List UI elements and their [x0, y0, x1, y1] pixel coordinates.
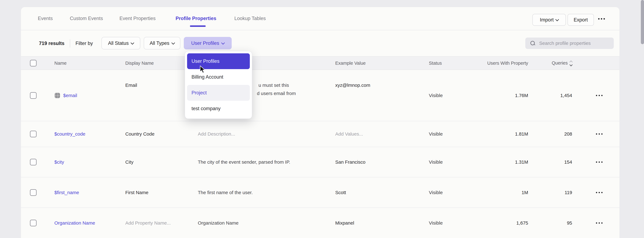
users-with-property-cell: 1.76M	[515, 93, 528, 98]
example-value-placeholder[interactable]: Add Values...	[335, 131, 363, 137]
display-name-cell[interactable]: First Name	[125, 190, 148, 195]
example-value-cell[interactable]: Mixpanel	[335, 220, 354, 226]
display-name-cell[interactable]: Country Code	[125, 131, 154, 137]
export-button-label: Export	[574, 17, 588, 23]
type-filter-dropdown[interactable]: All Types	[144, 37, 180, 49]
queries-cell: 1,454	[560, 93, 572, 98]
example-value-cell[interactable]: xyz@lmnop.com	[335, 83, 370, 88]
property-name-link[interactable]: $city	[54, 159, 64, 165]
menu-item-user-profiles[interactable]: User Profiles	[187, 53, 250, 69]
menu-item-test-company[interactable]: test company	[187, 101, 250, 116]
description-fragment: d users email from	[257, 91, 296, 96]
search-input[interactable]: Search profile properties	[525, 38, 614, 49]
table-row[interactable]: $country_code Country Code Add Descripti…	[21, 121, 620, 147]
export-button[interactable]: Export	[568, 14, 594, 26]
tabs-bar: Events Custom Events Event Properties Pr…	[21, 7, 620, 30]
filter-bar: 719 results Filter by All Status All Typ…	[21, 30, 620, 56]
display-name-cell[interactable]: Email	[125, 83, 137, 88]
menu-item-billing-account[interactable]: Billing Account	[187, 69, 250, 85]
menu-item-project[interactable]: Project	[187, 85, 250, 101]
queries-cell: 95	[567, 220, 572, 226]
example-value-cell[interactable]: Scott	[335, 190, 346, 195]
display-name-placeholder[interactable]: Add Property Name...	[125, 220, 171, 226]
property-name-link[interactable]: $country_code	[54, 131, 86, 137]
more-options-button[interactable]	[598, 18, 605, 20]
property-name-link[interactable]: $first_name	[54, 190, 79, 195]
column-header-status[interactable]: Status	[429, 61, 442, 66]
description-placeholder[interactable]: Add Description...	[198, 131, 235, 137]
row-menu-button[interactable]	[596, 222, 602, 224]
display-name-cell[interactable]: City	[125, 159, 134, 165]
column-header-display-name[interactable]: Display Name	[125, 61, 154, 66]
property-name-link[interactable]: Organization Name	[54, 220, 95, 226]
status-filter-label: All Status	[108, 40, 129, 46]
description-cell[interactable]: The city of the event sender, parsed fro…	[198, 159, 290, 165]
row-menu-button[interactable]	[596, 95, 602, 96]
chevron-down-icon	[131, 41, 134, 45]
status-cell: Visible	[429, 190, 443, 195]
row-checkbox[interactable]	[30, 92, 36, 99]
results-count: 719 results	[39, 41, 64, 46]
description-cell[interactable]: The first name of the user.	[198, 190, 253, 195]
users-with-property-cell: 1.31M	[515, 159, 528, 165]
users-with-property-cell: 1.81M	[515, 131, 528, 137]
table-row[interactable]: $email Email u must set this d users ema…	[21, 70, 620, 121]
tab-events[interactable]: Events	[38, 7, 53, 30]
column-header-queries-label: Queries	[552, 61, 568, 66]
row-menu-button[interactable]	[596, 192, 602, 193]
import-button-label: Import	[540, 17, 554, 23]
profile-properties-screen: Events Custom Events Event Properties Pr…	[0, 0, 644, 238]
search-placeholder: Search profile properties	[539, 41, 591, 46]
row-checkbox[interactable]	[30, 131, 36, 137]
column-header-name[interactable]: Name	[54, 61, 66, 66]
row-menu-button[interactable]	[596, 161, 602, 163]
chevron-down-icon	[171, 41, 175, 45]
status-cell: Visible	[429, 159, 443, 165]
filter-by-label: Filter by	[76, 41, 93, 46]
entity-filter-dropdown[interactable]: User Profiles	[184, 37, 232, 49]
status-cell: Visible	[429, 93, 443, 98]
divider	[70, 39, 70, 48]
example-value-cell[interactable]: San Francisco	[335, 159, 366, 165]
select-all-checkbox[interactable]	[30, 60, 36, 66]
status-cell: Visible	[429, 220, 443, 226]
sort-icon[interactable]	[570, 61, 572, 66]
entity-filter-menu: User Profiles Billing Account Project te…	[185, 51, 252, 119]
table-row[interactable]: $city City The city of the event sender,…	[21, 147, 620, 177]
description-fragment: u must set this	[258, 83, 289, 88]
status-filter-dropdown[interactable]: All Status	[102, 37, 140, 49]
status-cell: Visible	[429, 131, 443, 137]
column-header-users-with-property[interactable]: Users With Property	[487, 61, 528, 66]
row-checkbox[interactable]	[30, 159, 36, 165]
table-row[interactable]: $first_name First Name The first name of…	[21, 177, 620, 207]
queries-cell: 154	[564, 159, 572, 165]
mouse-cursor-icon	[200, 66, 206, 74]
chevron-down-icon	[221, 41, 225, 45]
tab-lookup-tables[interactable]: Lookup Tables	[234, 7, 266, 30]
content-card: Events Custom Events Event Properties Pr…	[21, 7, 620, 238]
queries-cell: 119	[564, 190, 572, 195]
search-icon	[530, 41, 535, 46]
table-row[interactable]: Organization Name Add Property Name... O…	[21, 207, 620, 238]
column-header-queries[interactable]: Queries	[552, 61, 572, 66]
table-header: Name Display Name Example Value Status U…	[21, 56, 620, 70]
vertical-scrollbar[interactable]	[641, 0, 644, 44]
row-menu-button[interactable]	[596, 133, 602, 135]
entity-filter-label: User Profiles	[191, 40, 219, 46]
queries-cell: 208	[564, 131, 572, 137]
tab-custom-events[interactable]: Custom Events	[70, 7, 103, 30]
property-name-link[interactable]: $email	[54, 93, 77, 99]
column-header-example-value[interactable]: Example Value	[335, 61, 366, 66]
lookup-table-grid-icon	[54, 93, 60, 99]
users-with-property-cell: 1M	[522, 190, 528, 195]
tab-event-properties[interactable]: Event Properties	[120, 7, 156, 30]
ellipsis-icon	[598, 18, 600, 20]
property-name: $email	[63, 93, 77, 98]
row-checkbox[interactable]	[30, 220, 36, 226]
users-with-property-cell: 1,675	[516, 220, 528, 226]
description-cell[interactable]: Organization Name	[198, 220, 238, 226]
type-filter-label: All Types	[150, 40, 169, 46]
row-checkbox[interactable]	[30, 189, 36, 196]
import-button[interactable]: Import	[532, 14, 566, 26]
chevron-down-icon	[556, 18, 559, 21]
